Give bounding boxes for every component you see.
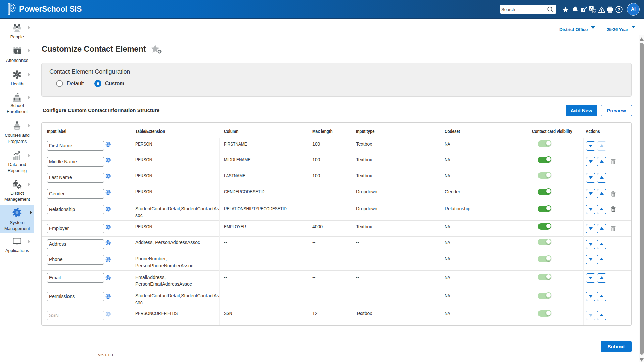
svg-text:文: 文: [593, 9, 596, 13]
svg-text:?: ?: [617, 7, 620, 12]
